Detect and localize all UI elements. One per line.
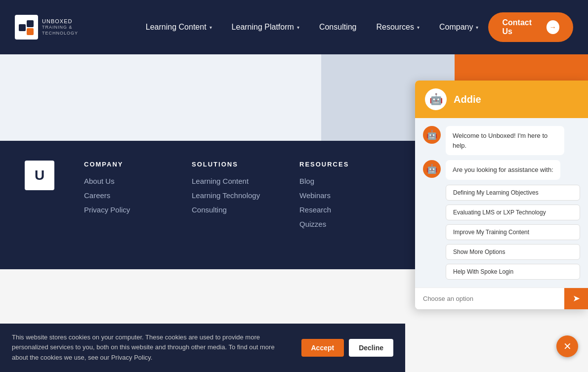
footer-logo: U bbox=[25, 161, 54, 190]
footer-logo-container: U bbox=[25, 161, 54, 234]
logo-icon bbox=[15, 15, 38, 40]
footer-link-learning-technology[interactable]: Learning Technology bbox=[192, 191, 270, 200]
chat-option-4[interactable]: Show More Options bbox=[446, 244, 580, 260]
chevron-down-icon: ▾ bbox=[210, 25, 212, 30]
nav-links: Learning Content ▾ Learning Platform ▾ C… bbox=[136, 18, 489, 37]
footer-link-research[interactable]: Research bbox=[299, 206, 378, 214]
chat-bubble-1: Welcome to Unboxed! I'm here to help. bbox=[446, 126, 564, 155]
footer-link-blog[interactable]: Blog bbox=[299, 177, 378, 185]
footer-link-privacy-policy[interactable]: Privacy Policy bbox=[84, 206, 162, 214]
chat-bubble-2: Are you looking for assistance with: bbox=[446, 160, 560, 180]
footer-logo-letter: U bbox=[35, 167, 44, 183]
footer-link-webinars[interactable]: Webinars bbox=[299, 191, 378, 200]
footer-col-company: COMPANY About Us Careers Privacy Policy bbox=[84, 161, 162, 234]
chat-send-button[interactable]: ➤ bbox=[564, 288, 588, 309]
footer-col-title-company: COMPANY bbox=[84, 161, 162, 168]
chevron-down-icon: ▾ bbox=[476, 25, 478, 30]
chat-input-row: ➤ bbox=[415, 288, 588, 309]
footer-link-quizzes[interactable]: Quizzes bbox=[299, 220, 378, 228]
chat-avatar: 🤖 bbox=[425, 88, 447, 110]
chat-options: Defining My Learning Objectives Evaluati… bbox=[446, 185, 580, 280]
nav-item-learning-content[interactable]: Learning Content ▾ bbox=[136, 18, 222, 37]
chat-message-row-2: 🤖 Are you looking for assistance with: bbox=[423, 160, 580, 180]
chat-body: 🤖 Welcome to Unboxed! I'm here to help. … bbox=[415, 118, 588, 288]
nav-item-consulting[interactable]: Consulting bbox=[309, 18, 367, 37]
footer-col-title-solutions: SOLUTIONS bbox=[192, 161, 270, 168]
chat-option-1[interactable]: Defining My Learning Objectives bbox=[446, 185, 580, 201]
chat-message-row-1: 🤖 Welcome to Unboxed! I'm here to help. bbox=[423, 126, 580, 155]
footer-link-about-us[interactable]: About Us bbox=[84, 177, 162, 185]
chat-header: 🤖 Addie bbox=[415, 81, 588, 118]
cookie-buttons: Accept Decline bbox=[301, 339, 394, 357]
footer-link-careers[interactable]: Careers bbox=[84, 191, 162, 200]
chat-option-5[interactable]: Help With Spoke Login bbox=[446, 264, 580, 280]
cookie-banner: This website stores cookies on your comp… bbox=[0, 324, 405, 372]
chevron-down-icon: ▾ bbox=[417, 25, 420, 30]
nav-item-company[interactable]: Company ▾ bbox=[429, 18, 488, 37]
send-icon: ➤ bbox=[573, 293, 580, 304]
accept-cookies-button[interactable]: Accept bbox=[301, 339, 344, 357]
footer-link-learning-content[interactable]: Learning Content bbox=[192, 177, 270, 185]
logo-text: UNBOXED TRAINING & TECHNOLOGY bbox=[42, 18, 106, 37]
chat-option-3[interactable]: Improve My Training Content bbox=[446, 224, 580, 240]
chat-widget: 🤖 Addie 🤖 Welcome to Unboxed! I'm here t… bbox=[415, 81, 588, 309]
footer-col-title-resources: RESOURCES bbox=[299, 161, 378, 168]
svg-rect-1 bbox=[27, 20, 34, 27]
footer-col-resources: RESOURCES Blog Webinars Research Quizzes bbox=[299, 161, 378, 234]
chat-close-button[interactable]: ✕ bbox=[556, 335, 578, 357]
chevron-down-icon: ▾ bbox=[297, 25, 299, 30]
chat-bot-avatar: 🤖 bbox=[423, 126, 441, 144]
navigation: UNBOXED TRAINING & TECHNOLOGY Learning C… bbox=[0, 0, 588, 54]
svg-rect-0 bbox=[19, 24, 26, 31]
chat-title: Addie bbox=[454, 94, 481, 105]
chat-input[interactable] bbox=[415, 288, 564, 309]
contact-us-button[interactable]: Contact Us → bbox=[488, 12, 573, 42]
footer-link-consulting[interactable]: Consulting bbox=[192, 206, 270, 214]
nav-item-resources[interactable]: Resources ▾ bbox=[366, 18, 429, 37]
logo[interactable]: UNBOXED TRAINING & TECHNOLOGY bbox=[15, 15, 106, 40]
cookie-text: This website stores cookies on your comp… bbox=[12, 332, 292, 363]
nav-item-learning-platform[interactable]: Learning Platform ▾ bbox=[222, 18, 309, 37]
chat-bot-avatar-2: 🤖 bbox=[423, 160, 441, 178]
close-icon: ✕ bbox=[563, 340, 572, 352]
chat-option-2[interactable]: Evaluating LMS or LXP Technology bbox=[446, 205, 580, 220]
arrow-right-icon: → bbox=[546, 20, 559, 34]
footer-col-solutions: SOLUTIONS Learning Content Learning Tech… bbox=[192, 161, 270, 234]
decline-cookies-button[interactable]: Decline bbox=[349, 339, 393, 357]
svg-rect-2 bbox=[27, 28, 34, 35]
